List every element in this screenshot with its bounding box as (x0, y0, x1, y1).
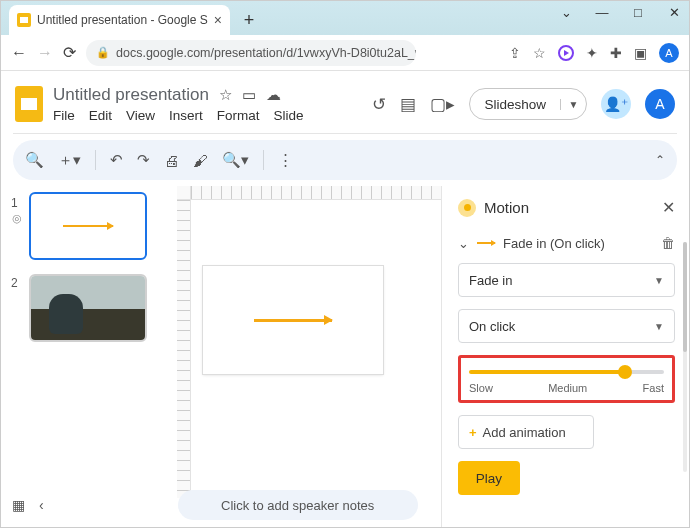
doc-title[interactable]: Untitled presentation (53, 85, 209, 105)
speaker-notes-placeholder: Click to add speaker notes (221, 498, 374, 513)
history-icon[interactable]: ↺ (372, 94, 386, 115)
speed-slider-group: Slow Medium Fast (458, 355, 675, 403)
add-animation-label: Add animation (483, 425, 566, 440)
workspace: 1 ◎ 2 Motion ✕ ⌄ (1, 186, 689, 528)
slide-thumbnail-1[interactable] (29, 192, 147, 260)
slides-logo-icon[interactable] (15, 86, 43, 122)
url-field[interactable]: 🔒 docs.google.com/presentation/d/1vwxyVh… (86, 40, 416, 66)
reload-icon[interactable]: ⟳ (63, 43, 76, 62)
slide-thumbnail-2[interactable] (29, 274, 147, 342)
minimize-icon[interactable]: — (593, 5, 611, 20)
slides-favicon (17, 13, 31, 27)
slides-header: Untitled presentation ☆ ▭ ☁ File Edit Vi… (1, 71, 689, 133)
extension-play-icon[interactable] (558, 45, 574, 61)
extension-square-icon[interactable]: ▣ (634, 45, 647, 61)
extension-icon[interactable]: ✦ (586, 45, 598, 61)
slide-number: 2 (11, 274, 23, 342)
footer: ▦ ‹ Click to add speaker notes (12, 490, 678, 520)
cloud-status-icon[interactable]: ☁ (266, 86, 281, 104)
ruler-corner (177, 186, 191, 200)
extensions-puzzle-icon[interactable]: ✚ (610, 45, 622, 61)
play-label: Play (476, 471, 502, 486)
effect-value: Fade in (469, 273, 512, 288)
print-icon[interactable]: 🖨 (164, 152, 179, 169)
maximize-icon[interactable]: □ (629, 5, 647, 20)
motion-icon (458, 199, 476, 217)
video-call-icon[interactable]: ▢▸ (430, 94, 455, 115)
add-animation-button[interactable]: + Add animation (458, 415, 594, 449)
zoom-icon[interactable]: 🔍▾ (222, 151, 249, 169)
paint-format-icon[interactable]: 🖌 (193, 152, 208, 169)
toolbar: 🔍 ＋▾ ↶ ↷ 🖨 🖌 🔍▾ ⋮ ⌃ (13, 140, 677, 180)
move-folder-icon[interactable]: ▭ (242, 86, 256, 104)
star-outline-icon[interactable]: ☆ (219, 86, 232, 104)
menu-insert[interactable]: Insert (169, 108, 203, 123)
ruler-vertical[interactable] (177, 200, 191, 498)
speed-label-fast: Fast (643, 382, 664, 394)
animation-summary: Fade in (On click) (503, 236, 605, 251)
motion-panel: Motion ✕ ⌄ Fade in (On click) 🗑 Fade in … (441, 186, 689, 528)
animation-indicator-icon: ◎ (12, 212, 22, 225)
menu-file[interactable]: File (53, 108, 75, 123)
previous-slide-icon[interactable]: ‹ (39, 497, 44, 513)
window-controls: ⌄ — □ ✕ (557, 5, 683, 20)
share-page-icon[interactable]: ⇪ (509, 45, 521, 61)
caret-down-icon: ▼ (654, 321, 664, 332)
delete-animation-icon[interactable]: 🗑 (661, 235, 675, 251)
browser-tab[interactable]: Untitled presentation - Google S × (9, 5, 230, 35)
chevron-down-icon[interactable]: ⌄ (458, 236, 469, 251)
trigger-dropdown[interactable]: On click ▼ (458, 309, 675, 343)
menu-slide[interactable]: Slide (274, 108, 304, 123)
slide-canvas[interactable] (203, 266, 383, 374)
slideshow-button[interactable]: Slideshow ▼ (469, 88, 587, 120)
menu-view[interactable]: View (126, 108, 155, 123)
trigger-value: On click (469, 319, 515, 334)
photo-placeholder (31, 276, 145, 340)
speaker-notes-field[interactable]: Click to add speaker notes (178, 490, 418, 520)
more-icon[interactable]: ⋮ (278, 151, 293, 169)
share-button[interactable]: 👤⁺ (601, 89, 631, 119)
browser-titlebar: Untitled presentation - Google S × + ⌄ —… (1, 1, 689, 35)
animation-item[interactable]: ⌄ Fade in (On click) 🗑 (458, 235, 675, 251)
slideshow-dropdown-icon[interactable]: ▼ (560, 99, 586, 110)
search-menu-icon[interactable]: 🔍 (25, 151, 44, 169)
speed-label-medium: Medium (548, 382, 587, 394)
menu-bar: File Edit View Insert Format Slide (53, 108, 304, 123)
effect-dropdown[interactable]: Fade in ▼ (458, 263, 675, 297)
tab-close-icon[interactable]: × (214, 12, 222, 28)
slider-thumb[interactable] (618, 365, 632, 379)
undo-icon[interactable]: ↶ (110, 151, 123, 169)
account-avatar[interactable]: A (645, 89, 675, 119)
back-icon[interactable]: ← (11, 44, 27, 62)
browser-address-bar: ← → ⟳ 🔒 docs.google.com/presentation/d/1… (1, 35, 689, 71)
new-slide-icon[interactable]: ＋▾ (58, 151, 81, 170)
arrow-shape-icon (63, 225, 113, 227)
url-text: docs.google.com/presentation/d/1vwxyVh-D… (116, 46, 416, 60)
speed-slider[interactable] (469, 370, 664, 374)
chevron-down-icon[interactable]: ⌄ (557, 5, 575, 20)
ruler-horizontal[interactable] (191, 186, 441, 200)
close-panel-icon[interactable]: ✕ (662, 198, 675, 217)
menu-format[interactable]: Format (217, 108, 260, 123)
redo-icon[interactable]: ↷ (137, 151, 150, 169)
header-divider (13, 133, 677, 134)
profile-avatar[interactable]: A (659, 43, 679, 63)
close-icon[interactable]: ✕ (665, 5, 683, 20)
lock-icon: 🔒 (96, 46, 110, 59)
new-tab-button[interactable]: + (236, 7, 262, 33)
canvas-arrow-shape[interactable] (254, 319, 332, 322)
forward-icon: → (37, 44, 53, 62)
panel-scrollbar[interactable] (683, 242, 687, 472)
slide-number: 1 (11, 194, 23, 210)
slide-thumbnails: 1 ◎ 2 (11, 186, 161, 528)
motion-title: Motion (484, 199, 654, 216)
menu-edit[interactable]: Edit (89, 108, 112, 123)
canvas-area (167, 186, 441, 528)
grid-view-icon[interactable]: ▦ (12, 497, 25, 513)
object-arrow-icon (477, 242, 495, 244)
collapse-toolbar-icon[interactable]: ⌃ (655, 153, 665, 167)
tab-title: Untitled presentation - Google S (37, 13, 208, 27)
comments-icon[interactable]: ▤ (400, 94, 416, 115)
caret-down-icon: ▼ (654, 275, 664, 286)
star-icon[interactable]: ☆ (533, 45, 546, 61)
